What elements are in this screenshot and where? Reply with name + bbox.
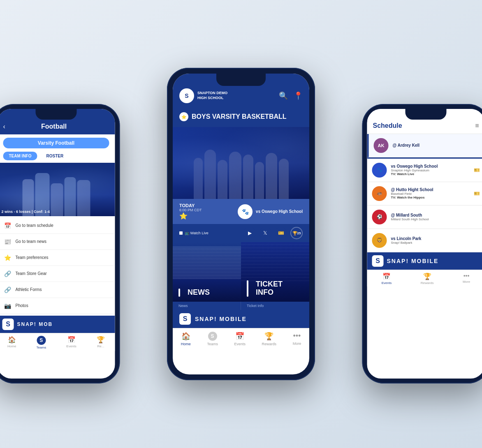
left-snap-banner: S SNAP! MOB (0, 316, 115, 333)
rewards-icon: 🏆 (264, 332, 273, 341)
opponent-text: vs Oswego High School (256, 209, 303, 214)
left-snap-text: SNAP! MOB (17, 321, 53, 327)
schedule-item-2[interactable]: 🐾 vs Oswego High School Snapton High Gym… (367, 159, 482, 182)
menu-item-preferences-label: Team preferences (16, 255, 49, 260)
left-phone: ‹ Football Varsity Football TEAM INFO RO… (0, 104, 120, 383)
menu-item-news-label: Go to team news (16, 239, 47, 244)
back-button[interactable]: ‹ (3, 123, 5, 130)
watch-live-section[interactable]: 📺 Watch Live (179, 231, 209, 235)
team-record: 2 wins - 6 losses | Conf: 1-4 (2, 210, 50, 214)
location-icon[interactable]: 📍 (294, 91, 303, 100)
oswego-location: Snapton High Gymnasium (391, 169, 470, 172)
menu-item-news[interactable]: 📰 Go to team news (0, 234, 115, 250)
teams-logo-icon: S (37, 336, 46, 345)
right-phone-screen: Schedule ≡ AK @ Ardrey Kell 🐾 vs Os (367, 109, 482, 379)
home-icon: 🏠 (181, 332, 190, 341)
game-time: 6:00 PM CDT (179, 208, 202, 212)
search-icon[interactable]: 🔍 (279, 91, 288, 100)
card-subtitles: News Ticket Info (173, 302, 309, 310)
center-snap-text: SNAP! MOBILE (195, 316, 247, 322)
center-nav-rewards-label: Rewards (262, 342, 277, 346)
center-nav-more[interactable]: ••• More (293, 332, 301, 346)
schedule-item-4[interactable]: ⚽ @ Millard South Millard South High Sch… (367, 206, 482, 229)
live-dot (179, 231, 183, 235)
news-bar (178, 289, 180, 297)
right-notch (406, 109, 447, 120)
tab-team-info[interactable]: TEAM INFO (3, 152, 37, 160)
schedule-item-3[interactable]: 🦛 @ Hutto Hight School Baseball Field TV… (367, 182, 482, 206)
center-nav-events-label: Events (234, 342, 246, 346)
opponent-logo: 🐾 (238, 204, 253, 219)
game-info-bar: TODAY 6:00 PM CDT ⭐ 🐾 vs Oswego High Sch… (173, 199, 309, 224)
varsity-pill[interactable]: Varsity Football (3, 138, 109, 148)
ticket-icon-2: 🎫 (474, 191, 480, 196)
ticket-card[interactable]: TICKET INFO (241, 242, 309, 302)
header-icons: 🔍 📍 (279, 91, 303, 100)
news-icon: 📰 (4, 238, 12, 245)
trophy-count: 25 (297, 231, 301, 235)
right-nav-more-label: More (463, 280, 470, 284)
phones-container: ‹ Football Varsity Football TEAM INFO RO… (56, 29, 426, 419)
center-phone-screen: S SNAPTON DEMO HIGH SCHOOL 🔍 📍 ⭐ BOYS VA… (173, 74, 309, 374)
center-nav-teams[interactable]: S Teams (207, 332, 218, 346)
menu-item-athletic-forms[interactable]: 🔗 Athletic Forms (0, 282, 115, 298)
ticket-subtitle: Ticket Info (241, 302, 309, 310)
right-bottom-nav: 📅 Events 🏆 Rewards ••• More (367, 270, 482, 286)
left-nav-home[interactable]: 🏠 Home (7, 336, 16, 349)
right-snap-banner: S SNAP! MOBILE (367, 252, 482, 270)
ticket-bar (247, 280, 248, 297)
mascot-icon: 🐾 (242, 208, 249, 215)
millard-avatar: ⚽ (372, 210, 387, 224)
vs-section: 🐾 vs Oswego High School (238, 204, 303, 219)
filter-icon[interactable]: ≡ (475, 122, 479, 129)
left-nav-rewards[interactable]: 🏆 Re... (97, 336, 105, 349)
ardrey-kell-opponent: @ Ardrey Kell (393, 143, 480, 148)
twitter-button[interactable]: 𝕏 (259, 227, 271, 239)
right-nav-events[interactable]: 📅 Events (382, 272, 392, 285)
left-nav-rewards-label: Re... (97, 344, 104, 348)
news-card[interactable]: NEWS (173, 242, 241, 302)
center-nav-rewards[interactable]: 🏆 Rewards (262, 332, 277, 346)
video-button[interactable]: ▶ (243, 227, 256, 239)
school-name-line2: HIGH SCHOOL (197, 96, 224, 100)
hutto-tv: TV: Watch the Hippos (391, 196, 470, 199)
center-notch (216, 74, 266, 86)
watch-live-label: 📺 Watch Live (185, 231, 209, 235)
left-nav-teams[interactable]: S Teams (37, 336, 46, 349)
schedule-item-5[interactable]: 🦁 vs Lincoln Park Snap! Ballpark (367, 229, 482, 252)
hero-overlay (173, 127, 309, 199)
menu-item-schedule[interactable]: 📅 Go to team schedule (0, 218, 115, 234)
menu-item-preferences[interactable]: ⭐ Team preferences (0, 250, 115, 266)
trophy-button[interactable]: 🏆25 (290, 227, 303, 239)
lincoln-avatar: 🦁 (372, 233, 387, 248)
hutto-opponent: @ Hutto Hight School (391, 187, 470, 192)
team-star-icon: ⭐ (179, 112, 188, 121)
millard-info: @ Millard South Millard South High Schoo… (391, 213, 480, 221)
news-subtitle: News (173, 302, 241, 310)
schedule-title: Schedule (373, 122, 402, 129)
right-nav-rewards[interactable]: 🏆 Rewards (421, 272, 434, 285)
center-nav-more-label: More (293, 342, 301, 346)
schedule-item-1[interactable]: AK @ Ardrey Kell (367, 134, 482, 157)
photos-icon: 📷 (4, 302, 12, 309)
center-nav-events[interactable]: 📅 Events (234, 332, 246, 346)
center-nav-home[interactable]: 🏠 Home (181, 332, 191, 346)
right-nav-events-label: Events (382, 281, 392, 285)
ticket-button[interactable]: 🎫 (275, 227, 287, 239)
news-texture (173, 246, 241, 279)
right-nav-more[interactable]: ••• More (463, 272, 470, 285)
action-icons: ▶ 𝕏 🎫 🏆25 (243, 227, 303, 239)
center-nav-teams-label: Teams (207, 342, 218, 346)
tab-roster[interactable]: ROSTER (41, 152, 70, 160)
link-icon-2: 🔗 (4, 286, 12, 293)
football-hero-image: 2 wins - 6 losses | Conf: 1-4 (0, 163, 115, 216)
ticket-label-content: TICKET INFO (247, 280, 304, 297)
news-image-area (173, 246, 241, 279)
menu-item-store-gear[interactable]: 🔗 Team Store Gear (0, 266, 115, 282)
menu-item-photos[interactable]: 📷 Photos (0, 298, 115, 314)
oswego-tv: TV: Watch Live (391, 172, 470, 176)
lincoln-opponent: vs Lincoln Park (391, 236, 480, 241)
oswego-info: vs Oswego High School Snapton High Gymna… (391, 164, 470, 176)
right-phone: Schedule ≡ AK @ Ardrey Kell 🐾 vs Os (362, 104, 482, 383)
left-nav-events[interactable]: 📅 Events (66, 336, 76, 349)
